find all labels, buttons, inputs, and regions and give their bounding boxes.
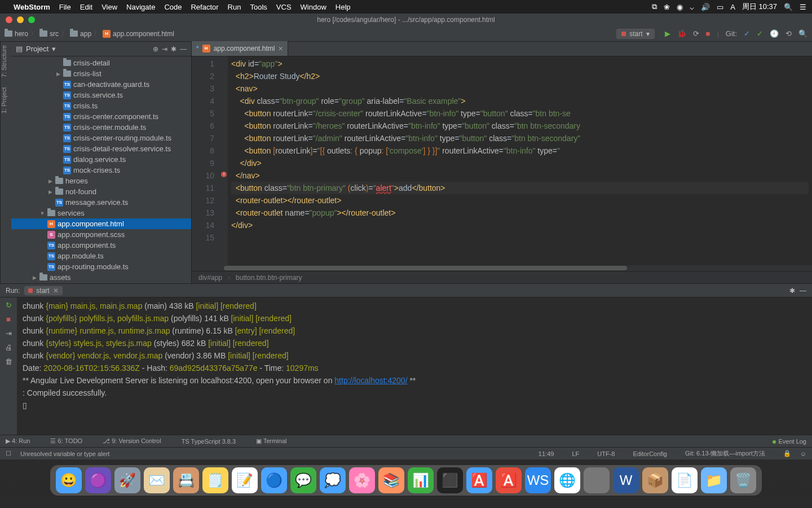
project-tree[interactable]: crisis-detail ▶ crisis-list TS can-deact…	[11, 56, 191, 283]
status-icon[interactable]: ☐	[6, 450, 11, 457]
dock-app-icon[interactable]: ⬛	[437, 467, 463, 493]
status-item[interactable]: Git: 6.13-懒加载—import方法	[685, 449, 765, 458]
tool-tab-structure[interactable]: 7: Structure	[1, 45, 11, 77]
tree-node[interactable]: TS can-deactivate.guard.ts	[11, 79, 191, 90]
bottom-tab[interactable]: ▣ Terminal	[256, 437, 286, 445]
dock-app-icon[interactable]	[584, 467, 610, 493]
hide-icon[interactable]: —	[180, 45, 187, 53]
tree-node[interactable]: TS crisis.ts	[11, 100, 191, 111]
git-rollback-button[interactable]: ⟲	[785, 29, 792, 38]
minimize-window-button[interactable]	[17, 16, 24, 23]
tree-node[interactable]: TS app-routing.module.ts	[11, 261, 191, 272]
menu-window[interactable]: Window	[301, 3, 326, 11]
screencast-icon[interactable]: ⧉	[652, 2, 657, 11]
control-center-icon[interactable]: ☰	[800, 3, 806, 11]
menu-vcs[interactable]: VCS	[276, 3, 292, 11]
tree-node[interactable]: S app.component.scss	[11, 229, 191, 240]
tree-node[interactable]: TS app.module.ts	[11, 251, 191, 261]
dock-app-icon[interactable]: ✉️	[144, 467, 170, 493]
dock-app-icon[interactable]: 📇	[173, 467, 199, 493]
input-source-icon[interactable]: A	[730, 3, 735, 11]
bottom-tab[interactable]: ⎇ 9: Version Control	[103, 437, 161, 445]
dock-app-icon[interactable]: 🚀	[114, 467, 140, 493]
dock-app-icon[interactable]: 🟣	[85, 467, 111, 493]
bottom-tab[interactable]: ▶ 4: Run	[6, 437, 30, 445]
scroll-end-button[interactable]: 🖨	[5, 343, 12, 352]
project-title[interactable]: Project	[26, 45, 48, 53]
dock-app-icon[interactable]: 🗒️	[202, 467, 228, 493]
tree-node[interactable]: TS message.service.ts	[11, 197, 191, 208]
attach-button[interactable]: ⟳	[693, 29, 699, 38]
tree-node[interactable]: ▼ services	[11, 208, 191, 218]
tree-node[interactable]: ▶ heroes	[11, 176, 191, 186]
tree-node[interactable]: ▶ environments	[11, 283, 191, 283]
expand-arrow-icon[interactable]: ▶	[32, 275, 37, 281]
bottom-tab[interactable]: ☰ 6: TODO	[50, 437, 82, 445]
dock-app-icon[interactable]: 🔵	[261, 467, 287, 493]
battery-icon[interactable]: ▭	[717, 3, 723, 11]
status-item[interactable]: UTF-8	[597, 450, 615, 457]
locate-icon[interactable]: ⊕	[153, 45, 158, 53]
tree-node[interactable]: TS mock-crises.ts	[11, 165, 191, 176]
tree-node[interactable]: TS crisis.service.ts	[11, 90, 191, 100]
close-run-tab[interactable]: ✕	[53, 287, 59, 295]
tree-node[interactable]: TS crisis-center-routing.module.ts	[11, 133, 191, 143]
bottom-tab[interactable]: TS TypeScript 3.8.3	[182, 438, 236, 445]
close-window-button[interactable]	[6, 16, 12, 23]
console-output[interactable]: chunk {main} main.js, main.js.map (main)…	[17, 297, 812, 435]
tree-node[interactable]: TS app.component.ts	[11, 240, 191, 251]
code-editor[interactable]: 123456789101112131415 ! <div id="app"> <…	[192, 56, 812, 265]
menu-help[interactable]: Help	[336, 3, 351, 11]
tree-node[interactable]: ▶ assets	[11, 272, 191, 283]
horizontal-scrollbar[interactable]	[192, 265, 812, 271]
run-hide-icon[interactable]: —	[800, 287, 806, 295]
dock-app-icon[interactable]: 💬	[290, 467, 316, 493]
git-commit-button[interactable]: ✓	[757, 29, 763, 38]
editor-breadcrumb[interactable]: div#app› button.btn.btn-primary	[192, 271, 812, 283]
volume-icon[interactable]: 🔊	[701, 3, 710, 11]
status-item[interactable]: EditorConfig	[633, 450, 667, 457]
tree-node[interactable]: TS crisis-center.component.ts	[11, 111, 191, 122]
app-name[interactable]: WebStorm	[14, 3, 50, 11]
dock-app-icon[interactable]: 🅰️	[496, 467, 522, 493]
wifi-icon[interactable]: ⌵	[690, 3, 694, 11]
expand-arrow-icon[interactable]: ▼	[39, 211, 45, 216]
dock-app-icon[interactable]: 🌐	[554, 467, 580, 493]
wechat-tray-icon[interactable]: ❀	[664, 3, 670, 11]
chevron-down-icon[interactable]: ▾	[52, 45, 56, 53]
event-log-button[interactable]: Event Log	[773, 438, 806, 445]
dock-app-icon[interactable]: 📚	[378, 467, 404, 493]
dock-app-icon[interactable]: 📊	[408, 467, 434, 493]
expand-arrow-icon[interactable]: ▶	[47, 189, 53, 195]
menu-file[interactable]: File	[59, 3, 71, 11]
lock-icon[interactable]: 🔒	[783, 450, 791, 457]
menu-navigate[interactable]: Navigate	[126, 3, 155, 11]
dock-app-icon[interactable]: 🌸	[349, 467, 375, 493]
dock-app-icon[interactable]: WS	[525, 467, 551, 493]
status-item[interactable]: LF	[572, 450, 579, 457]
circle-icon[interactable]: ◉	[677, 3, 683, 11]
code-content[interactable]: <div id="app"> <h2>Router Study</h2> <na…	[228, 56, 812, 265]
tree-node[interactable]: TS crisis-detail-resolver.service.ts	[11, 143, 191, 154]
rerun-button[interactable]: ↻	[6, 301, 12, 309]
tree-node[interactable]: ▶ crisis-list	[11, 68, 191, 79]
debug-button[interactable]: 🐞	[677, 29, 686, 38]
inspections-icon[interactable]: ☺	[800, 450, 806, 457]
dock-app-icon[interactable]: 📝	[232, 467, 258, 493]
dock-app-icon[interactable]: W	[613, 467, 639, 493]
collapse-icon[interactable]: ⇥	[162, 45, 167, 53]
menu-tools[interactable]: Tools	[250, 3, 267, 11]
toggle-soft-wrap-button[interactable]: ⇥	[6, 329, 12, 338]
run-config-selector[interactable]: start ▾	[616, 29, 654, 39]
breadcrumb[interactable]: hero〉 src〉 app〉H app.component.html	[5, 29, 174, 38]
tree-node[interactable]: TS crisis-center.module.ts	[11, 122, 191, 133]
tree-node[interactable]: H app.component.html	[11, 218, 191, 229]
tree-node[interactable]: ▶ not-found	[11, 186, 191, 197]
dock-app-icon[interactable]: 🅰️	[466, 467, 492, 493]
tool-tab-project[interactable]: 1: Project	[1, 87, 11, 113]
run-button[interactable]: ▶	[665, 29, 670, 38]
dock-app-icon[interactable]: 📁	[701, 467, 727, 493]
menu-edit[interactable]: Edit	[80, 3, 92, 11]
status-item[interactable]: 11:49	[539, 450, 554, 457]
expand-arrow-icon[interactable]: ▶	[47, 178, 53, 184]
